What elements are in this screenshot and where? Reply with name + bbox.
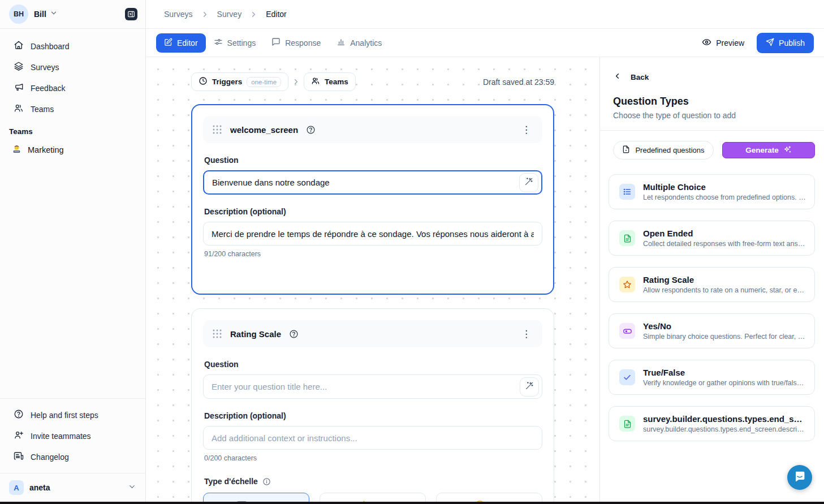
workspace-switcher[interactable]: BH Bill <box>0 0 145 29</box>
tab-editor[interactable]: Editor <box>156 33 206 53</box>
panel-subtitle: Choose the type of question to add <box>600 107 824 120</box>
triggers-chip-label: Triggers <box>212 77 242 86</box>
clock-icon <box>199 76 208 87</box>
card-menu-icon[interactable]: ⋮ <box>519 329 533 339</box>
breadcrumb: Surveys Survey Editor <box>146 0 824 29</box>
question-title-input[interactable]: Bienvenue dans notre sondage <box>203 170 542 195</box>
sidebar: BH Bill Dashboard Surveys Feedback <box>0 0 146 504</box>
question-card-rating-scale[interactable]: Rating Scale ⋮ Question Enter your quest… <box>191 308 554 504</box>
question-type-yes-no[interactable]: Yes/No Simple binary choice questions. P… <box>609 313 815 348</box>
publish-button[interactable]: Publish <box>757 33 814 53</box>
canvas-meta-row: Triggers one-time Teams Draft saved at 2… <box>191 72 554 91</box>
sidebar-item-invite[interactable]: Invite teammates <box>0 425 145 446</box>
question-card-header: welcome_screen ⋮ <box>203 116 542 143</box>
help-circle-icon[interactable] <box>306 125 316 135</box>
breadcrumb-surveys[interactable]: Surveys <box>164 10 193 19</box>
question-card-header: Rating Scale ⋮ <box>203 320 542 347</box>
window-bottom-edge <box>0 502 824 504</box>
sidebar-item-feedback[interactable]: Feedback <box>0 77 145 98</box>
description-input[interactable]: Add additional context or instructions..… <box>203 426 542 450</box>
question-title-value: Bienvenue dans notre sondage <box>212 178 330 187</box>
preview-button[interactable]: Preview <box>695 33 751 53</box>
magic-wand-icon <box>525 381 534 392</box>
help-circle-icon[interactable] <box>289 329 299 339</box>
tab-response[interactable]: Response <box>264 33 329 53</box>
drag-handle-icon[interactable] <box>212 329 222 339</box>
description-input[interactable]: Merci de prendre le temps de répondre à … <box>203 222 542 245</box>
character-count: 0/200 characters <box>204 454 541 462</box>
sidebar-item-help[interactable]: Help and first steps <box>0 404 145 425</box>
question-type-description: Collect detailed responses with free-for… <box>643 240 806 248</box>
tab-settings[interactable]: Settings <box>206 33 264 53</box>
survey-canvas: Triggers one-time Teams Draft saved at 2… <box>146 57 599 504</box>
team-item-label: Marketing <box>28 145 64 154</box>
editor-content: Triggers one-time Teams Draft saved at 2… <box>146 57 824 504</box>
ai-rewrite-button[interactable] <box>520 377 539 397</box>
layers-icon <box>14 61 24 73</box>
sidebar-nav: Dashboard Surveys Feedback Teams <box>0 29 145 119</box>
panel-actions: Predefined questions Generate <box>600 131 824 160</box>
newspaper-icon <box>14 451 24 463</box>
user-plus-icon <box>14 430 24 442</box>
sidebar-item-team-marketing[interactable]: Marketing <box>0 139 145 161</box>
sidebar-footer-nav: Help and first steps Invite teammates Ch… <box>0 399 145 473</box>
technologist-emoji <box>11 144 22 156</box>
question-card-title: welcome_screen <box>230 125 298 135</box>
sidebar-item-label: Help and first steps <box>31 411 98 420</box>
sidebar-item-changelog[interactable]: Changelog <box>0 446 145 467</box>
breadcrumb-editor: Editor <box>266 10 287 19</box>
description-field-label: Description (optional) <box>204 207 541 216</box>
ai-rewrite-button[interactable] <box>519 173 538 192</box>
star-icon <box>619 277 635 292</box>
chevron-down-icon <box>128 483 136 493</box>
sidebar-item-dashboard[interactable]: Dashboard <box>0 36 145 57</box>
trigger-type-badge: one-time <box>247 77 281 87</box>
question-type-end-screen[interactable]: survey.builder.questions.types.end_scr..… <box>609 406 815 441</box>
predefined-questions-button[interactable]: Predefined questions <box>613 141 714 160</box>
help-circle-icon <box>14 409 24 421</box>
toggle-icon <box>619 323 635 339</box>
card-menu-icon[interactable]: ⋮ <box>519 125 533 135</box>
drag-handle-icon[interactable] <box>212 124 222 135</box>
info-icon <box>262 477 271 486</box>
sidebar-item-label: Surveys <box>31 63 59 72</box>
predefined-questions-label: Predefined questions <box>635 146 704 154</box>
survey-editor-app: BH Bill Dashboard Surveys Feedback <box>0 0 824 504</box>
file-icon <box>622 145 630 155</box>
question-type-multiple-choice[interactable]: Multiple Choice Let respondents choose f… <box>609 174 815 209</box>
back-button[interactable]: Back <box>600 57 824 82</box>
generate-label: Generate <box>745 146 779 154</box>
tab-analytics[interactable]: Analytics <box>329 33 390 53</box>
breadcrumb-survey[interactable]: Survey <box>217 10 242 19</box>
question-title-input[interactable]: Enter your question title here... <box>203 374 542 399</box>
sidebar-item-label: Dashboard <box>31 42 70 51</box>
question-type-description: Simple binary choice questions. Perfect … <box>643 333 806 341</box>
description-value: Merci de prendre le temps de répondre à … <box>212 229 534 239</box>
triggers-chip[interactable]: Triggers one-time <box>191 72 288 91</box>
question-card-title: Rating Scale <box>230 329 281 339</box>
question-field-label: Question <box>204 156 541 165</box>
magic-wand-icon <box>524 177 533 188</box>
question-type-name: Multiple Choice <box>643 182 806 192</box>
teams-chip[interactable]: Teams <box>304 72 356 91</box>
sidebar-item-surveys[interactable]: Surveys <box>0 57 145 77</box>
question-card-welcome-screen[interactable]: welcome_screen ⋮ Question Bienvenue dans… <box>191 104 554 295</box>
chat-launcher-button[interactable] <box>787 465 812 490</box>
question-type-name: Yes/No <box>643 321 806 331</box>
question-type-true-false[interactable]: True/False Verify knowledge or gather op… <box>609 360 815 395</box>
question-type-rating-scale[interactable]: Rating Scale Allow respondents to rate o… <box>609 267 815 302</box>
generate-button[interactable]: Generate <box>722 142 815 158</box>
account-menu[interactable]: A aneta <box>0 473 145 504</box>
sidebar-item-teams[interactable]: Teams <box>0 98 145 119</box>
users-icon <box>311 76 320 87</box>
question-type-description: Let respondents choose from predefined o… <box>643 193 806 201</box>
character-count: 91/200 characters <box>204 250 541 258</box>
chevron-right-icon <box>249 10 258 19</box>
collapse-sidebar-button[interactable] <box>125 8 137 20</box>
back-label: Back <box>631 73 649 81</box>
question-type-open-ended[interactable]: Open Ended Collect detailed responses wi… <box>609 221 815 256</box>
sparkles-icon <box>783 145 792 156</box>
question-types-panel: Back Question Types Choose the type of q… <box>599 57 824 504</box>
bar-chart-icon <box>336 37 346 48</box>
home-icon <box>14 40 24 52</box>
